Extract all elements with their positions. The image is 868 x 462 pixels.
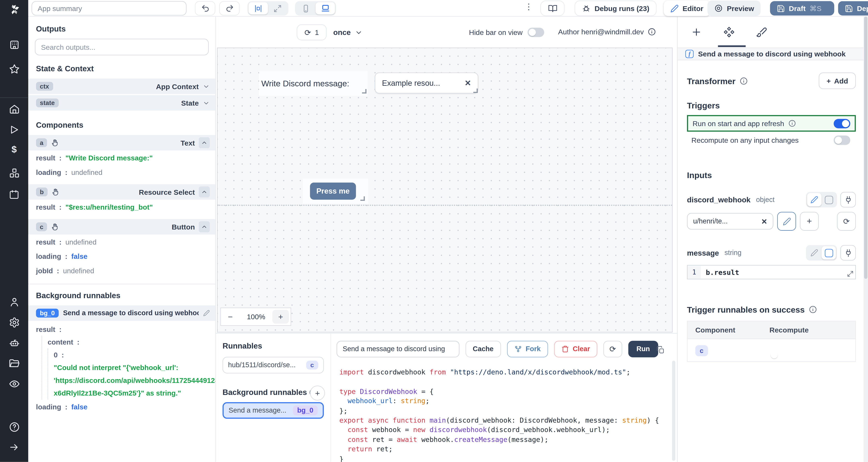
info-icon[interactable] [739, 77, 748, 85]
info-icon[interactable] [808, 305, 817, 314]
rail-apps-icon[interactable] [0, 37, 28, 53]
refresh-count-button[interactable]: ⟳ 1 [297, 24, 327, 40]
resize-handle[interactable] [361, 196, 365, 201]
rail-folders-icon[interactable] [0, 355, 28, 372]
rail-favorites-icon[interactable] [0, 61, 28, 77]
code-editor[interactable]: import discordwebhook from "https://deno… [331, 361, 672, 462]
code-scrollbar[interactable] [672, 361, 676, 461]
refresh-script-button[interactable]: ⟳ [603, 341, 622, 357]
recompute-toggle[interactable] [834, 135, 850, 145]
clear-selection-icon[interactable]: ✕ [465, 78, 471, 87]
resize-handle[interactable] [362, 89, 367, 94]
center-align-icon[interactable] [249, 2, 268, 14]
deploy-button[interactable]: Deploy [838, 1, 868, 16]
rail-users-icon[interactable] [0, 294, 28, 310]
edit-resource-pencil-icon[interactable] [777, 212, 796, 231]
connect-plug-icon[interactable] [840, 245, 856, 261]
message-expression-editor[interactable]: 1 b.result [687, 265, 856, 279]
canvas-resource-select[interactable]: Example resou... ✕ [375, 72, 478, 94]
left-icon-rail: $ [0, 0, 28, 462]
static-mode-pencil-icon[interactable] [807, 193, 822, 206]
add-transformer-button[interactable]: + Add [819, 72, 856, 89]
chevron-down-icon[interactable] [203, 99, 210, 107]
code-line: export async function main(discord_webho… [339, 416, 672, 426]
search-outputs-input[interactable]: Search outputs... [35, 39, 209, 56]
chevron-up-icon[interactable] [199, 137, 210, 148]
fork-button[interactable]: Fork [507, 341, 548, 357]
script-title-input[interactable]: Send a message to discord using [337, 341, 460, 357]
component-row-c[interactable]: c Button [28, 219, 215, 234]
rail-resources-icon[interactable] [0, 165, 28, 182]
tab-editor[interactable]: Editor [664, 1, 710, 16]
canvas-button-cell[interactable]: Press me [303, 179, 368, 204]
clear-button[interactable]: Clear [554, 341, 597, 357]
add-resource-button[interactable]: + [800, 212, 819, 231]
connect-plug-icon[interactable] [840, 192, 856, 207]
component-c-type: Button [172, 223, 195, 231]
zoom-out-button[interactable]: − [221, 312, 240, 322]
chevron-down-icon[interactable] [203, 83, 210, 90]
cache-button[interactable]: Cache [466, 341, 501, 357]
rail-runs-icon[interactable] [0, 121, 28, 138]
output-row-state[interactable]: state State [28, 95, 215, 111]
transformer-section: Transformer + Add [687, 72, 856, 89]
expand-editor-icon[interactable] [847, 270, 854, 277]
chevron-up-icon[interactable] [199, 221, 210, 232]
info-icon[interactable] [648, 28, 656, 36]
eval-mode-fn-icon[interactable] [822, 246, 836, 259]
tab-insert-icon[interactable] [691, 27, 702, 38]
tab-components-icon[interactable] [723, 26, 735, 38]
run-button[interactable]: Run [628, 341, 658, 357]
canvas-text-component[interactable]: Write Discord message: [259, 71, 368, 96]
redo-button[interactable] [219, 1, 240, 16]
zoom-level: 100% [240, 312, 273, 321]
mobile-view-icon[interactable] [296, 2, 315, 14]
undo-button[interactable] [195, 1, 215, 16]
fullscreen-icon[interactable] [268, 2, 287, 14]
clear-resource-icon[interactable]: ✕ [761, 217, 767, 225]
rail-variables-icon[interactable]: $ [0, 141, 28, 158]
add-background-runnable-button[interactable]: + [310, 386, 325, 400]
rail-schedules-icon[interactable] [0, 186, 28, 203]
debug-runs-button[interactable]: Debug runs (23) [575, 1, 657, 16]
desktop-view-icon[interactable] [315, 2, 335, 14]
static-mode-pencil-icon[interactable] [807, 246, 822, 259]
hide-bar-toggle[interactable] [528, 28, 544, 37]
rail-workers-icon[interactable] [0, 335, 28, 351]
refresh-resource-button[interactable]: ⟳ [837, 212, 856, 231]
rail-settings-icon[interactable] [0, 314, 28, 331]
app-canvas[interactable]: Write Discord message: Example resou... … [217, 47, 673, 332]
kv-value: false [71, 252, 87, 261]
ctx-type-label: App Context [156, 82, 199, 90]
column-component: Component [688, 326, 770, 334]
background-runnable-item-selected[interactable]: Send a message... bg_0 [223, 402, 324, 419]
chevron-up-icon[interactable] [199, 186, 210, 197]
eval-mode-fn-icon[interactable] [822, 193, 836, 206]
pencil-icon[interactable] [203, 310, 210, 317]
info-icon[interactable] [788, 120, 796, 127]
rail-help-icon[interactable] [0, 419, 28, 435]
output-row-ctx[interactable]: ctx App Context [28, 78, 215, 94]
tab-preview[interactable]: Preview [708, 1, 761, 16]
canvas-press-me-button[interactable]: Press me [310, 183, 356, 200]
component-row-b[interactable]: b Resource Select [28, 184, 215, 200]
more-menu-icon[interactable]: ⋮ [524, 2, 533, 12]
tab-styling-icon[interactable] [756, 27, 767, 38]
component-c-badge[interactable]: c [695, 345, 708, 356]
resource-value-input[interactable]: u/henri/te... ✕ [687, 213, 773, 230]
rail-audit-icon[interactable] [0, 376, 28, 392]
draft-button[interactable]: Draft ⌘S [770, 1, 834, 16]
copy-code-icon[interactable] [657, 346, 665, 354]
zoom-in-button[interactable]: + [273, 310, 289, 324]
resize-handle[interactable] [473, 89, 478, 93]
component-row-a[interactable]: a Text [28, 135, 215, 151]
panel-scrollbar[interactable] [864, 16, 868, 462]
app-summary-input[interactable]: App summary [32, 1, 186, 16]
run-on-start-toggle[interactable] [834, 119, 850, 128]
background-runnable-row-bg0[interactable]: bg_0 Send a message to discord using web… [28, 305, 215, 321]
rail-expand-icon[interactable] [0, 439, 28, 455]
schedule-dropdown[interactable]: once [333, 24, 363, 40]
runnable-item[interactable]: hub/1511/discord/se... c [223, 357, 324, 373]
docs-button[interactable] [540, 1, 565, 16]
rail-home-icon[interactable] [0, 101, 28, 117]
